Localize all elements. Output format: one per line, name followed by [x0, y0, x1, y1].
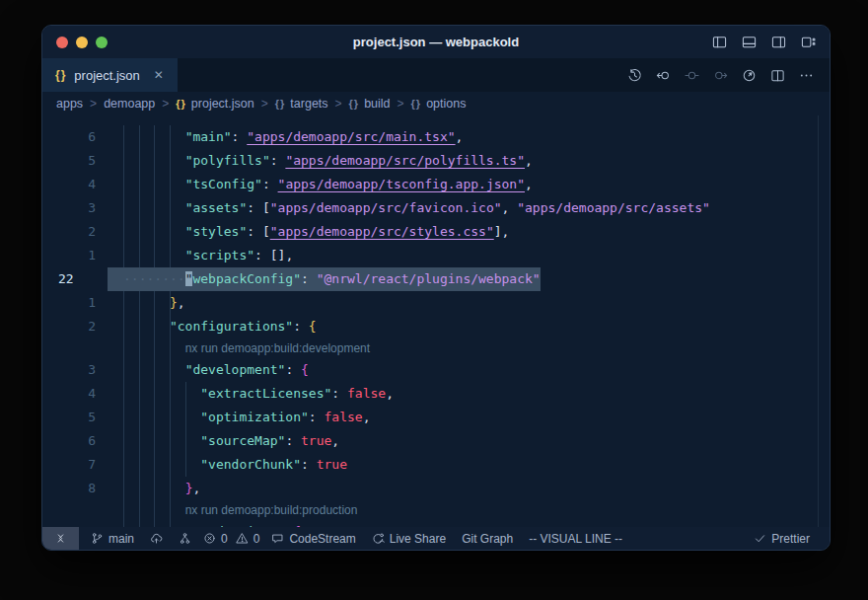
nx-run-lens[interactable]: nx run demoapp:build:production — [185, 503, 358, 517]
status-bar-right: Prettier — [746, 527, 830, 550]
git-fork-status[interactable] — [171, 527, 199, 550]
breadcrumb-item-project-json[interactable]: {}project.json — [176, 97, 254, 111]
toggle-primary-sidebar-icon[interactable] — [712, 35, 727, 49]
line-number: 4 — [42, 173, 108, 196]
code-text: "main": "apps/demoapp/src/main.tsx", — [108, 125, 463, 149]
codelens-line[interactable]: nx run demoapp:build:development — [42, 338, 830, 358]
token-punct — [123, 362, 185, 377]
timeline-history-icon[interactable] — [627, 68, 642, 83]
token-punct — [123, 153, 185, 168]
problems-errors-label: 0 — [221, 532, 228, 546]
code-line[interactable]: 6 "sourceMap": true, — [42, 429, 830, 453]
more-actions-icon[interactable] — [799, 68, 814, 83]
nav-disabled-icon[interactable] — [685, 68, 699, 83]
breadcrumb-item-apps[interactable]: apps — [56, 97, 83, 111]
git-branch-status[interactable]: main — [83, 527, 142, 550]
prettier-formatter[interactable]: Prettier — [746, 527, 818, 550]
token-punct: : — [309, 410, 325, 424]
token-by: { — [309, 319, 317, 334]
codestream-label: CodeStream — [289, 532, 355, 546]
code-line[interactable]: 3 "development": { — [42, 358, 830, 382]
breadcrumb-label: apps — [56, 97, 83, 111]
publish-changes[interactable] — [142, 527, 171, 550]
code-line[interactable]: 2 "configurations": { — [42, 315, 830, 338]
file-link[interactable]: "apps/demoapp/tsconfig.app.json" — [278, 177, 525, 191]
run-profile-icon[interactable] — [742, 68, 757, 83]
close-tab-icon[interactable]: ✕ — [154, 68, 164, 82]
editor-actions — [627, 58, 830, 92]
token-punct: : — [331, 386, 347, 401]
code-line[interactable]: 4 "extractLicenses": false, — [42, 382, 830, 406]
problems-errors[interactable]: 0 — [199, 527, 232, 550]
code-text: }, — [108, 477, 200, 500]
line-number: 3 — [42, 196, 108, 220]
code-line[interactable]: 7 "vendorChunk": true — [42, 453, 830, 477]
code-line[interactable]: 3 "assets": ["apps/demoapp/src/favicon.i… — [42, 196, 830, 220]
token-punct: : — [301, 271, 317, 286]
code-text: "production": { — [108, 520, 301, 527]
breadcrumb-item-build[interactable]: {}build — [349, 97, 391, 111]
breadcrumb-label: build — [364, 97, 390, 111]
token-punct: , — [386, 386, 394, 401]
codestream[interactable]: CodeStream — [263, 527, 363, 550]
toggle-panel-icon[interactable] — [742, 35, 757, 49]
code-line[interactable]: 5 "polyfills": "apps/demoapp/src/polyfil… — [42, 149, 830, 173]
code-line[interactable]: 6 "main": "apps/demoapp/src/main.tsx", — [42, 125, 830, 149]
title-bar: project.json — webpackold — [42, 26, 830, 58]
line-number: 1 — [42, 244, 108, 267]
nx-run-lens[interactable]: nx run demoapp:build:development — [185, 341, 370, 355]
breadcrumb-item-targets[interactable]: {}targets — [275, 97, 328, 111]
breadcrumb-separator: > — [398, 97, 404, 111]
code-line[interactable]: 5 "optimization": false, — [42, 406, 830, 429]
token-key: "tsConfig" — [185, 177, 262, 191]
token-bool: false — [347, 386, 386, 401]
token-punct: : — [285, 362, 301, 377]
token-bm: { — [293, 524, 301, 527]
customize-layout-icon[interactable] — [801, 35, 816, 49]
code-line[interactable]: 1 "scripts": [], — [42, 244, 830, 267]
git-graph[interactable]: Git Graph — [454, 527, 521, 550]
file-link[interactable]: "apps/demoapp/src/styles.css" — [270, 224, 494, 239]
line-number: 22 — [42, 267, 108, 291]
vim-mode[interactable]: -- VISUAL LINE -- — [521, 527, 630, 550]
problems-warnings[interactable]: 0 — [232, 527, 264, 550]
token-bool: true — [301, 433, 331, 448]
breadcrumb-label: project.json — [191, 97, 254, 111]
navigate-back-icon[interactable] — [656, 68, 671, 83]
status-bar: main00CodeStreamLive ShareGit Graph-- VI… — [42, 527, 830, 550]
code-line[interactable]: 2 "styles": ["apps/demoapp/src/styles.cs… — [42, 220, 830, 244]
breadcrumb-item-options[interactable]: {}options — [411, 97, 467, 111]
token-key: "development" — [185, 362, 286, 377]
live-share[interactable]: Live Share — [364, 527, 454, 550]
codelens-text: nx run demoapp:build:development — [108, 338, 370, 358]
file-link[interactable]: "apps/demoapp/src/main.tsx" — [247, 129, 455, 144]
split-editor-icon[interactable] — [770, 68, 785, 83]
remote-indicator[interactable] — [42, 527, 79, 550]
toggle-secondary-sidebar-icon[interactable] — [771, 35, 786, 49]
token-punct: , — [525, 177, 533, 191]
code-line[interactable]: 1 }, — [42, 291, 830, 315]
token-key: "production" — [185, 524, 278, 527]
token-key: webpackConfig" — [192, 271, 301, 286]
code-line[interactable]: 8 }, — [42, 477, 830, 500]
token-bool: true — [317, 457, 347, 472]
problems-errors-icon — [203, 532, 216, 545]
code-editor[interactable]: 6 "main": "apps/demoapp/src/main.tsx",5 … — [42, 115, 830, 527]
navigate-forward-icon[interactable] — [713, 68, 728, 83]
tab-bar: {} project.json ✕ — [42, 58, 830, 92]
code-line[interactable]: 4 "tsConfig": "apps/demoapp/tsconfig.app… — [42, 173, 830, 196]
codelens-line[interactable]: nx run demoapp:build:production — [42, 500, 830, 520]
token-punct: : — [285, 433, 301, 448]
breadcrumb-separator: > — [261, 97, 268, 111]
code-line[interactable]: 22········"webpackConfig": "@nrwl/react/… — [42, 267, 830, 291]
breadcrumb-item-demoapp[interactable]: demoapp — [104, 97, 155, 111]
token-punct: , — [502, 200, 518, 215]
line-number: 5 — [42, 406, 108, 429]
code-line[interactable]: "production": { — [42, 520, 830, 527]
token-punct: : — [270, 153, 286, 168]
token-key: "optimization" — [200, 410, 309, 424]
problems-warnings-icon — [236, 532, 249, 545]
tab-project-json[interactable]: {} project.json ✕ — [42, 58, 178, 92]
code-text: "styles": ["apps/demoapp/src/styles.css"… — [108, 220, 509, 244]
file-link[interactable]: "apps/demoapp/src/polyfills.ts" — [285, 153, 525, 168]
